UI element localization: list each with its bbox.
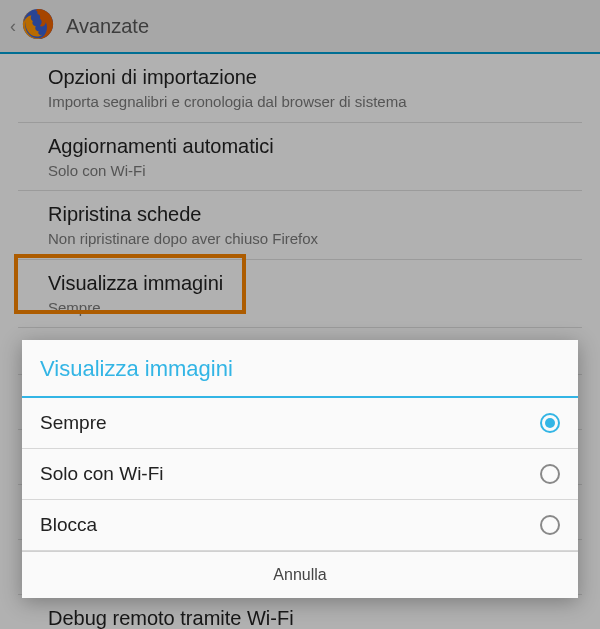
show-images-dialog: Visualizza immagini Sempre Solo con Wi-F…	[22, 340, 578, 598]
option-wifi-only[interactable]: Solo con Wi-Fi	[22, 449, 578, 500]
radio-icon	[540, 515, 560, 535]
option-always[interactable]: Sempre	[22, 398, 578, 449]
option-block[interactable]: Blocca	[22, 500, 578, 551]
cancel-button[interactable]: Annulla	[22, 551, 578, 598]
option-label: Sempre	[40, 412, 107, 434]
radio-icon	[540, 413, 560, 433]
option-label: Blocca	[40, 514, 97, 536]
dialog-title: Visualizza immagini	[22, 340, 578, 398]
option-label: Solo con Wi-Fi	[40, 463, 164, 485]
settings-screen: ‹ Avanzate Opzioni di importazione Impor…	[0, 0, 600, 629]
radio-icon	[540, 464, 560, 484]
